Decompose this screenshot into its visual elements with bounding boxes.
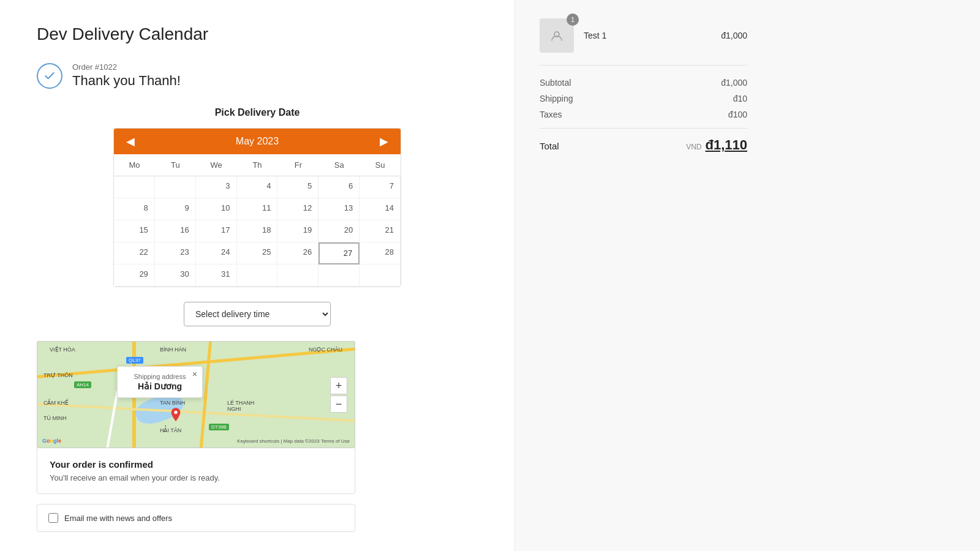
calendar-day-23[interactable]: 23 [155,242,196,264]
map-label-binh-han: BÌNH HÀN [160,347,186,353]
email-checkbox-label: Email me with news and offers [64,514,172,523]
calendar-day-18[interactable]: 18 [237,220,278,242]
total-label: Total [540,141,559,151]
calendar-day-25[interactable]: 25 [237,242,278,264]
calendar-month-title: May 2023 [236,136,279,147]
calendar-day-empty [318,264,360,287]
map-popup-close-button[interactable]: × [192,369,197,379]
calendar-day-21[interactable]: 21 [360,220,401,242]
map-zoom-in-button[interactable]: + [330,377,347,394]
weekday-su: Su [360,154,401,176]
weekday-sa: Sa [318,154,360,176]
total-currency: VND [686,143,701,151]
calendar-day-20[interactable]: 20 [318,220,360,242]
calendar-day-26[interactable]: 26 [277,242,318,264]
calendar-days: 3456789101112131415161718192021222324252… [114,176,401,287]
product-name: Test 1 [584,31,711,40]
delivery-time-select[interactable]: Select delivery timeMorning (8am - 12pm)… [184,302,331,326]
weekday-mo: Mo [114,154,155,176]
calendar-day-16[interactable]: 16 [155,220,196,242]
map-zoom-out-button[interactable]: − [330,395,347,413]
map-label-tru-thon: TRỰ THÔN [43,372,73,378]
calendar-day-11[interactable]: 11 [237,198,278,220]
weekday-fr: Fr [277,154,318,176]
map-container: VIỆT HÒA BÌNH HÀN NGỌC CHÂU TRỰ THÔN QUA… [37,341,355,448]
calendar-day-27[interactable]: 27 [318,242,360,264]
calendar-day-15[interactable]: 15 [114,220,155,242]
calendar-day-12[interactable]: 12 [277,198,318,220]
calendar-container: ◀ May 2023 ▶ Mo Tu We Th Fr Sa Su 3 [113,128,401,287]
weekday-we: We [196,154,237,176]
svg-point-0 [174,411,178,414]
calendar-day-29[interactable]: 29 [114,264,155,287]
calendar-day-22[interactable]: 22 [114,242,155,264]
calendar-day-8[interactable]: 8 [114,198,155,220]
email-checkbox-row: Email me with news and offers [37,504,355,532]
calendar-day-empty [114,176,155,198]
map-road-badge-ah14: AH14 [74,381,91,388]
subtotal-row: Subtotal đ1,000 [540,78,747,88]
map-road-badge-ql37: QL37 [126,357,143,364]
thank-you-message: Thank you Thanh! [72,73,181,89]
total-amount-group: VND đ1,110 [686,137,747,153]
calendar-day-31[interactable]: 31 [196,264,237,287]
page-title: Dev Delivery Calendar [37,24,478,44]
calendar-day-7[interactable]: 7 [360,176,401,198]
calendar-day-28[interactable]: 28 [360,242,401,264]
shipping-row: Shipping đ10 [540,94,747,103]
total-amount: đ1,110 [706,137,748,153]
calendar-day-24[interactable]: 24 [196,242,237,264]
order-confirmed-title: Your order is confirmed [50,459,342,470]
calendar-day-empty [237,264,278,287]
order-info: Order #1022 Thank you Thanh! [72,62,181,89]
calendar-day-17[interactable]: 17 [196,220,237,242]
calendar-day-empty [155,176,196,198]
order-confirmed-description: You'll receive an email when your order … [50,473,342,482]
calendar-day-19[interactable]: 19 [277,220,318,242]
map-label-le-thanh-nghi: LÊ THANHNGHI [227,400,254,412]
calendar-day-10[interactable]: 10 [196,198,237,220]
order-confirmed-box: Your order is confirmed You'll receive a… [37,448,355,494]
order-totals: Subtotal đ1,000 Shipping đ10 Taxes đ100 … [540,78,747,153]
map-road-badge-dt39b: DT39B [209,424,229,430]
order-summary-sidebar: 1 Test 1 đ1,000 Subtotal đ1,000 Shipping… [514,0,772,551]
calendar-day-14[interactable]: 14 [360,198,401,220]
map-popup: × Shipping address Hải Dương [117,366,203,398]
subtotal-label: Subtotal [540,78,571,88]
calendar-grid: Mo Tu We Th Fr Sa Su 3456789101112131415… [114,154,401,287]
prev-month-button[interactable]: ◀ [124,136,137,147]
weekday-tu: Tu [155,154,196,176]
shipping-value: đ10 [733,94,747,103]
google-logo: Google [42,438,61,444]
map-label-tan-binh: TAN BÌNH [160,400,185,406]
calendar-day-3[interactable]: 3 [196,176,237,198]
calendar-day-6[interactable]: 6 [318,176,360,198]
map-label-cam-khe: CẦM KHẾ [43,400,69,406]
product-row: 1 Test 1 đ1,000 [540,18,747,66]
product-image-wrap: 1 [540,18,574,53]
taxes-row: Taxes đ100 [540,110,747,119]
product-quantity-badge: 1 [567,13,579,26]
calendar-day-empty [277,264,318,287]
calendar-header: ◀ May 2023 ▶ [114,129,401,154]
map-attribution: Keyboard shortcuts | Map data ©2023 Term… [237,438,350,444]
calendar-day-9[interactable]: 9 [155,198,196,220]
product-price: đ1,000 [721,31,747,40]
calendar-section: Pick Delivery Date ◀ May 2023 ▶ Mo Tu We… [37,107,478,287]
map-popup-label: Shipping address [126,373,194,380]
calendar-day-13[interactable]: 13 [318,198,360,220]
order-header: Order #1022 Thank you Thanh! [37,62,478,89]
next-month-button[interactable]: ▶ [377,136,391,147]
calendar-heading: Pick Delivery Date [37,107,478,118]
calendar-day-30[interactable]: 30 [155,264,196,287]
email-checkbox[interactable] [48,513,58,523]
calendar-weekdays: Mo Tu We Th Fr Sa Su [114,154,401,176]
taxes-label: Taxes [540,110,562,119]
map-label-ngoc-chau: NGỌC CHÂU [309,347,342,353]
calendar-day-5[interactable]: 5 [277,176,318,198]
weekday-th: Th [237,154,278,176]
calendar-day-4[interactable]: 4 [237,176,278,198]
order-check-icon [37,63,62,89]
order-number: Order #1022 [72,62,181,72]
calendar-day-empty [360,264,401,287]
